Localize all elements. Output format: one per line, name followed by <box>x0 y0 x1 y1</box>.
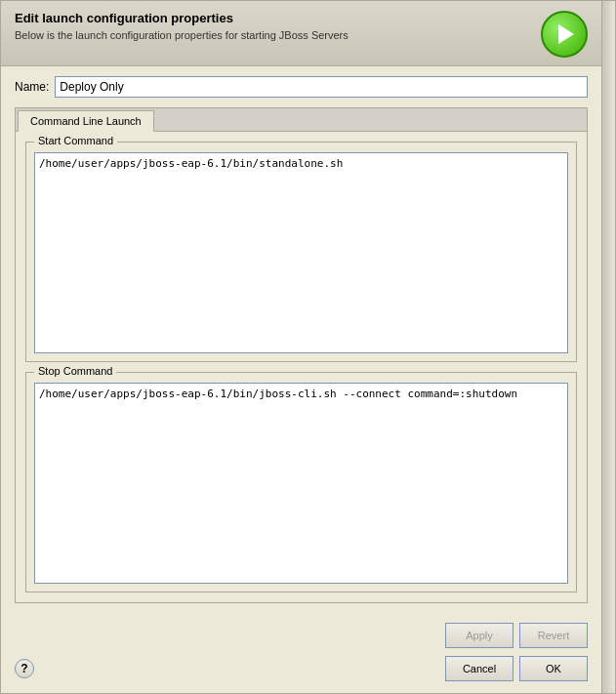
stop-command-wrapper <box>34 383 568 584</box>
cancel-ok-group: Cancel OK <box>445 656 588 681</box>
tab-container: Command Line Launch Start Command Stop C… <box>15 107 588 603</box>
dialog-title: Edit launch configuration properties <box>15 11 531 25</box>
start-command-legend: Start Command <box>34 135 117 146</box>
apply-button[interactable]: Apply <box>445 623 513 648</box>
stop-command-legend: Stop Command <box>34 365 116 377</box>
side-decoration <box>601 1 615 693</box>
tab-bar: Command Line Launch <box>16 108 587 132</box>
tab-content: Start Command Stop Command <box>16 132 587 602</box>
start-command-wrapper <box>34 152 568 353</box>
dialog-footer: Apply Revert ? Cancel OK <box>1 613 601 693</box>
header-text-area: Edit launch configuration properties Bel… <box>15 11 531 41</box>
name-row: Name: <box>15 76 588 98</box>
tab-command-line-launch[interactable]: Command Line Launch <box>18 110 154 132</box>
apply-revert-row: Apply Revert <box>15 623 588 648</box>
jboss-icon <box>541 11 588 58</box>
dialog-subtitle: Below is the launch configuration proper… <box>15 29 531 41</box>
start-command-textarea[interactable] <box>34 152 568 353</box>
name-label: Name: <box>15 80 49 94</box>
revert-button[interactable]: Revert <box>519 623 588 648</box>
cancel-ok-row: ? Cancel OK <box>15 656 588 681</box>
help-button[interactable]: ? <box>15 659 34 678</box>
name-input[interactable] <box>55 76 588 98</box>
start-command-group: Start Command <box>25 142 577 362</box>
dialog: Edit launch configuration properties Bel… <box>0 0 616 694</box>
stop-command-textarea[interactable] <box>34 383 568 584</box>
ok-button[interactable]: OK <box>519 656 588 681</box>
play-triangle <box>558 24 574 44</box>
dialog-header: Edit launch configuration properties Bel… <box>1 1 601 66</box>
play-button-icon <box>541 11 588 58</box>
dialog-body: Name: Command Line Launch Start Command <box>1 66 601 613</box>
stop-command-group: Stop Command <box>25 372 577 592</box>
cancel-button[interactable]: Cancel <box>445 656 513 681</box>
